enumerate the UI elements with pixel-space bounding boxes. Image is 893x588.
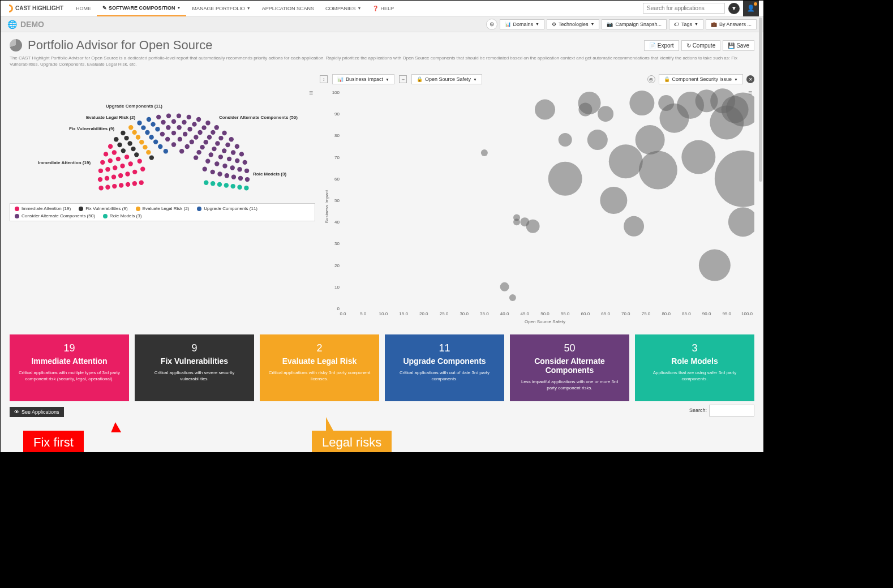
bubble-point[interactable]	[526, 220, 540, 233]
bubble-point[interactable]	[636, 125, 665, 154]
nav-manage-portfolio[interactable]: MANAGE PORTFOLIO ▼	[186, 1, 256, 16]
svg-text:50: 50	[334, 198, 340, 203]
save-button[interactable]: 💾 Save	[723, 40, 754, 51]
nav-application-scans[interactable]: APPLICATION SCANS	[256, 1, 320, 16]
bubble-point[interactable]	[609, 145, 643, 179]
svg-text:55.0: 55.0	[561, 311, 570, 316]
legend-item[interactable]: Immediate Attention (19)	[15, 206, 71, 211]
svg-point-35	[120, 164, 124, 168]
bubble-point[interactable]	[598, 106, 613, 122]
bubble-point[interactable]	[548, 162, 582, 196]
svg-point-62	[198, 130, 202, 135]
bubble-point[interactable]	[715, 151, 754, 207]
annotation-fix-first: Fix first	[23, 431, 84, 453]
recommendation-card[interactable]: 11 Upgrade Components Critical applicati…	[385, 334, 504, 401]
card-count: 9	[140, 342, 248, 354]
svg-point-23	[143, 145, 147, 149]
legend-item[interactable]: Fix Vulnerabilities (9)	[79, 206, 127, 211]
svg-point-13	[171, 143, 176, 147]
filter-domains[interactable]: 📊 Domains ▼	[500, 19, 544, 29]
bubble-point[interactable]	[481, 149, 488, 156]
legend-item[interactable]: Consider Alternate Components (50)	[15, 213, 95, 218]
svg-point-7	[204, 181, 208, 185]
bubble-point[interactable]	[639, 151, 677, 190]
svg-text:30: 30	[334, 242, 340, 247]
scrollbar[interactable]	[759, 18, 762, 182]
svg-point-93	[98, 186, 103, 190]
bubble-point[interactable]	[500, 282, 509, 291]
legend-item[interactable]: Upgrade Components (11)	[197, 206, 257, 211]
x-axis-selector[interactable]: 🔒 Open Source Safety ▼	[411, 74, 482, 84]
svg-text:0.0: 0.0	[340, 311, 346, 316]
bubble-point[interactable]	[559, 133, 572, 147]
nav-home[interactable]: HOME	[70, 1, 97, 16]
context-bar: 🌐 DEMO ⊕ 📊 Domains ▼ ⚙ Technologies ▼ 📷 …	[1, 16, 763, 32]
bubble-point[interactable]	[728, 208, 754, 237]
filter-technologies[interactable]: ⚙ Technologies ▼	[547, 19, 599, 29]
target-icon[interactable]: ⊕	[486, 19, 497, 30]
app-window: CAST HIGHLIGHT HOME ✎ SOFTWARE COMPOSITI…	[0, 0, 764, 453]
y-axis-selector[interactable]: 📊 Business Impact ▼	[332, 74, 394, 84]
brand-text: CAST HIGHLIGHT	[15, 5, 63, 11]
svg-point-51	[111, 175, 116, 179]
nav-software-composition[interactable]: ✎ SOFTWARE COMPOSITION ▼	[97, 1, 186, 16]
chart-settings-icon[interactable]: ✕	[746, 75, 754, 83]
compute-button[interactable]: ↻ Compute	[681, 40, 721, 51]
svg-point-77	[132, 130, 136, 135]
bubble-point[interactable]	[624, 216, 644, 237]
card-count: 2	[265, 342, 373, 354]
svg-text:Immediate Attention (19): Immediate Attention (19)	[38, 160, 91, 165]
svg-text:10.0: 10.0	[379, 311, 388, 316]
svg-text:75.0: 75.0	[642, 311, 651, 316]
bubble-point[interactable]	[699, 250, 731, 281]
recommendation-card[interactable]: 2 Evaluate Legal Risk Critical applicati…	[260, 334, 379, 401]
svg-text:40: 40	[334, 220, 340, 225]
recommendation-card[interactable]: 9 Fix Vulnerabilities Critical applicati…	[135, 334, 254, 401]
svg-point-59	[166, 125, 170, 130]
svg-text:65.0: 65.0	[601, 311, 610, 316]
legend-item[interactable]: Role Models (3)	[103, 213, 141, 218]
legend-item[interactable]: Evaluate Legal Risk (2)	[136, 206, 190, 211]
search-input[interactable]	[643, 3, 725, 14]
bubble-selector[interactable]: 🔒 Component Security Issue ▼	[659, 74, 744, 84]
export-button[interactable]: 📄 Export	[644, 40, 679, 51]
svg-point-21	[128, 162, 132, 166]
filter-answers[interactable]: 💼 By Answers ...	[706, 19, 757, 29]
table-search-input[interactable]	[709, 405, 754, 417]
bubble-point[interactable]	[509, 294, 516, 301]
bubble-point[interactable]	[600, 187, 627, 214]
svg-point-19	[126, 182, 130, 187]
chart-menu-icon[interactable]: ≡	[748, 89, 752, 97]
card-title: Fix Vulnerabilities	[140, 357, 248, 366]
svg-point-38	[139, 140, 144, 144]
svg-point-0	[139, 181, 144, 185]
nav-help[interactable]: ❓ HELP	[367, 1, 400, 16]
bubble-point[interactable]	[513, 214, 520, 221]
legend-dot-icon	[15, 214, 19, 218]
bubble-point[interactable]	[681, 140, 715, 174]
bubble-point[interactable]	[629, 91, 654, 115]
filter-icon[interactable]: ▼	[728, 3, 740, 14]
legend-dot-icon	[197, 207, 201, 211]
svg-point-56	[136, 135, 140, 140]
card-count: 11	[390, 342, 499, 354]
recommendation-card[interactable]: 3 Role Models Applications that are usin…	[635, 334, 754, 401]
svg-point-72	[105, 167, 110, 171]
bubble-point[interactable]	[587, 130, 608, 150]
user-menu[interactable]: 👤	[743, 1, 759, 16]
filter-tags[interactable]: 🏷 Tags ▼	[669, 19, 703, 29]
svg-point-84	[201, 126, 206, 130]
recommendation-card[interactable]: 19 Immediate Attention Critical applicat…	[10, 334, 129, 401]
filter-campaign[interactable]: 📷 Campaign Snapsh...	[602, 19, 667, 29]
recommendation-card[interactable]: 50 Consider Alternate Components Less im…	[510, 334, 629, 401]
svg-point-99	[114, 137, 118, 141]
chart-menu-icon[interactable]: ≡	[309, 89, 313, 97]
svg-point-50	[112, 184, 117, 188]
see-applications-button[interactable]: 👁 See Applications	[10, 407, 64, 417]
bubble-point[interactable]	[578, 92, 601, 114]
svg-point-85	[211, 130, 215, 135]
bubble-point[interactable]	[535, 100, 555, 120]
nav-companies[interactable]: COMPANIES ▼	[320, 1, 367, 16]
svg-text:Consider Alternate Components : Consider Alternate Components (50)	[219, 115, 298, 120]
svg-point-75	[117, 143, 122, 147]
